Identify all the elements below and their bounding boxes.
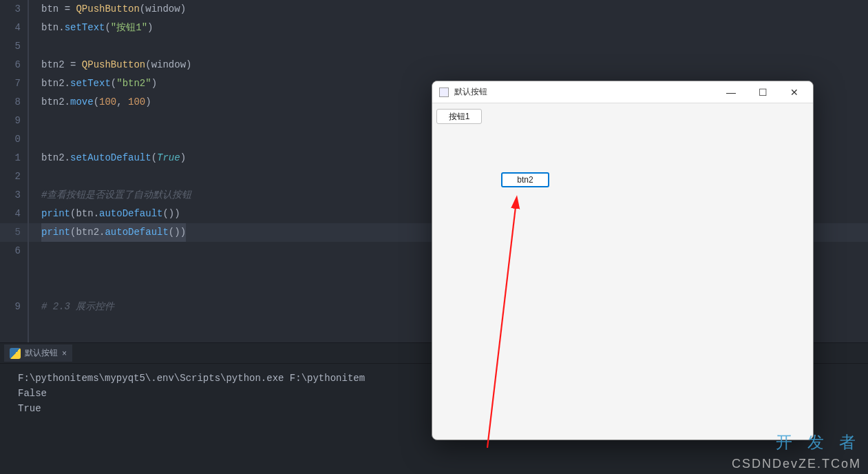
ln: 9 xyxy=(0,112,21,130)
ln: 8 xyxy=(0,93,21,112)
ln: 3 xyxy=(0,0,21,19)
window-title: 默认按钮 xyxy=(454,86,487,98)
pushbutton-2-default[interactable]: btn2 xyxy=(501,172,549,187)
ln: 4 xyxy=(0,19,21,37)
ln: 2 xyxy=(0,167,21,186)
ln: 0 xyxy=(0,130,21,149)
qt-app-window[interactable]: 默认按钮 — ☐ ✕ 按钮1 btn2 xyxy=(432,81,814,440)
app-icon xyxy=(439,87,449,97)
maximize-button[interactable]: ☐ xyxy=(747,82,779,103)
annotation-arrow xyxy=(474,193,542,448)
watermark-en: CSDNDevZE.TCoM xyxy=(732,457,861,471)
python-icon xyxy=(10,348,21,359)
svg-line-1 xyxy=(487,201,516,448)
ln: 9 xyxy=(0,298,21,316)
minimize-button[interactable]: — xyxy=(715,82,747,103)
ln: 4 xyxy=(0,205,21,223)
pushbutton-1[interactable]: 按钮1 xyxy=(436,109,482,124)
ln: 5 xyxy=(0,37,21,56)
title-left: 默认按钮 xyxy=(439,86,487,98)
ln xyxy=(0,260,21,279)
close-button[interactable]: ✕ xyxy=(779,82,810,103)
titlebar[interactable]: 默认按钮 — ☐ ✕ xyxy=(432,81,813,103)
watermark-cn: 开 发 者 xyxy=(776,431,861,453)
app-body: 按钮1 btn2 xyxy=(432,103,813,441)
close-icon[interactable]: × xyxy=(62,349,67,358)
ln: 3 xyxy=(0,186,21,205)
run-tab[interactable]: 默认按钮 × xyxy=(4,344,72,362)
ln: 1 xyxy=(0,149,21,167)
ln: 7 xyxy=(0,74,21,93)
ln: 6 xyxy=(0,242,21,260)
code-line[interactable] xyxy=(41,37,868,56)
run-tab-label: 默认按钮 xyxy=(25,347,58,359)
ln: 6 xyxy=(0,56,21,74)
code-line[interactable]: btn2 = QPushButton(window) xyxy=(41,56,868,74)
code-line[interactable]: btn = QPushButton(window) xyxy=(41,0,868,19)
ln xyxy=(0,279,21,298)
code-line[interactable]: btn.setText("按钮1") xyxy=(41,19,868,37)
line-gutter: 3 4 5 6 7 8 9 0 1 2 3 4 5 6 9 xyxy=(0,0,28,342)
window-controls: — ☐ ✕ xyxy=(715,82,810,103)
